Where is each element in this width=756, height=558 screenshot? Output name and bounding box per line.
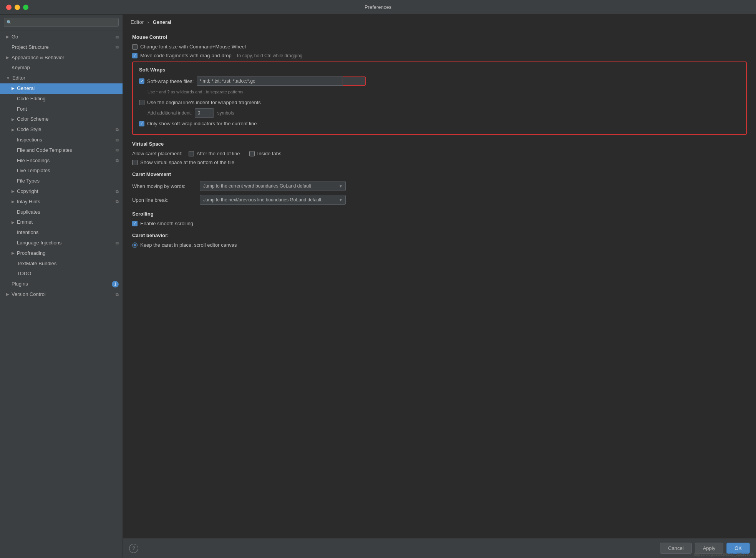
when-moving-label: When moving by words: (132, 183, 194, 189)
help-button[interactable]: ? (129, 544, 138, 553)
when-moving-select[interactable]: Jump to the current word boundaries GoLa… (200, 181, 346, 191)
external-icon: ⧉ (116, 34, 119, 41)
traffic-lights (6, 5, 28, 10)
sidebar-item-label: Copyright (17, 188, 38, 196)
sidebar-item-editor[interactable]: ▼ Editor (0, 73, 123, 83)
search-box: 🔍 (0, 15, 123, 30)
external-icon: ⧉ (116, 147, 119, 154)
sidebar-item-proofreading[interactable]: ▶ Proofreading (0, 248, 123, 259)
external-icon: ⧉ (116, 157, 119, 164)
move-code-fragments-label[interactable]: Move code fragments with drag-and-drop (132, 53, 232, 58)
sidebar-item-file-encodings[interactable]: File Encodings ⧉ (0, 156, 123, 166)
sidebar-item-font[interactable]: Font (0, 104, 123, 115)
sidebar-item-label: Go (12, 33, 18, 41)
mouse-control-option-1: Change font size with Command+Mouse Whee… (132, 44, 747, 50)
sidebar-item-file-code-templates[interactable]: File and Code Templates ⧉ (0, 145, 123, 156)
sidebar-item-color-scheme[interactable]: ▶ Color Scheme (0, 114, 123, 125)
sidebar-item-project-structure[interactable]: ▶ Project Structure ⧉ (0, 42, 123, 53)
upon-line-break-row: Upon line break: Jump to the next/previo… (132, 195, 747, 205)
virtual-space-title: Virtual Space (132, 141, 747, 147)
sidebar-item-emmet[interactable]: ▶ Emmet (0, 217, 123, 228)
close-button[interactable] (6, 5, 12, 10)
search-icon: 🔍 (7, 20, 12, 25)
sidebar-item-duplicates[interactable]: Duplicates (0, 207, 123, 218)
sidebar-item-code-editing[interactable]: Code Editing (0, 94, 123, 104)
show-virtual-space-text: Show virtual space at the bottom of the … (140, 159, 234, 165)
arrow-icon: ▶ (12, 250, 15, 256)
sidebar-item-live-templates[interactable]: Live Templates (0, 166, 123, 176)
use-original-indent-row: Use the original line's indent for wrapp… (139, 100, 740, 105)
sidebar-item-label: Color Scheme (17, 115, 48, 123)
sidebar-item-copyright[interactable]: ▶ Copyright ⧉ (0, 186, 123, 197)
sidebar-item-inspections[interactable]: Inspections ⧉ (0, 135, 123, 145)
arrow-spacer: ▶ (6, 65, 9, 71)
sidebar-item-label: TextMate Bundles (17, 260, 56, 268)
keep-caret-text: Keep the caret in place, scroll editor c… (140, 242, 237, 248)
sidebar-item-version-control[interactable]: ▶ Version Control ⧉ (0, 289, 123, 300)
use-original-indent-label[interactable]: Use the original line's indent for wrapp… (139, 100, 261, 105)
change-font-size-checkbox[interactable] (132, 44, 138, 50)
soft-wrap-files-label[interactable]: Soft-wrap these files: (139, 78, 194, 84)
sidebar-item-appearance[interactable]: ▶ Appearance & Behavior (0, 53, 123, 63)
search-wrapper: 🔍 (4, 18, 119, 27)
sidebar-item-label: Live Templates (17, 167, 50, 175)
change-font-size-label[interactable]: Change font size with Command+Mouse Whee… (132, 44, 246, 50)
minimize-button[interactable] (15, 5, 20, 10)
breadcrumb-parent: Editor (131, 19, 144, 25)
use-original-indent-text: Use the original line's indent for wrapp… (147, 100, 261, 105)
arrow-icon: ▼ (6, 75, 10, 81)
sidebar-item-code-style[interactable]: ▶ Code Style ⧉ (0, 125, 123, 135)
inside-tabs-label[interactable]: Inside tabs (249, 151, 282, 156)
sidebar-item-label: Appearance & Behavior (12, 54, 64, 62)
sidebar-item-label: Language Injections (17, 239, 61, 247)
add-additional-indent-input[interactable] (195, 108, 214, 118)
soft-wrap-files-checkbox[interactable] (139, 78, 144, 84)
cancel-button[interactable]: Cancel (660, 543, 691, 554)
maximize-button[interactable] (23, 5, 28, 10)
add-additional-indent-row: Add additional indent: symbols (148, 108, 740, 118)
soft-wrap-files-input[interactable] (197, 76, 366, 86)
sidebar-item-textmate-bundles[interactable]: TextMate Bundles (0, 259, 123, 269)
sidebar-item-intentions[interactable]: Intentions (0, 228, 123, 238)
sidebar-item-plugins[interactable]: ▶ Plugins 1 (0, 279, 123, 289)
sidebar-item-file-types[interactable]: File Types (0, 176, 123, 186)
only-show-indicators-checkbox[interactable] (139, 121, 144, 126)
sidebar-item-language-injections[interactable]: Language Injections ⧉ (0, 238, 123, 248)
footer-bar: ? Cancel Apply OK (123, 538, 756, 558)
soft-wraps-section: Soft Wraps Soft-wrap these files: Use * (132, 61, 747, 135)
sidebar-item-go[interactable]: ▶ Go ⧉ (0, 32, 123, 42)
main-layout: 🔍 ▶ Go ⧉ ▶ Project Structure ⧉ ▶ Appeara… (0, 15, 756, 558)
external-icon: ⧉ (116, 291, 119, 298)
search-input[interactable] (4, 18, 119, 27)
upon-line-break-select[interactable]: Jump to the next/previous line boundarie… (200, 195, 346, 205)
soft-wrap-files-text: Soft-wrap these files: (147, 78, 194, 84)
enable-smooth-scrolling-label[interactable]: Enable smooth scrolling (132, 221, 193, 226)
sidebar-item-label: File Types (17, 177, 40, 185)
sidebar-item-general[interactable]: ▶ General (0, 83, 123, 94)
sidebar-item-todo[interactable]: TODO (0, 269, 123, 279)
inside-tabs-text: Inside tabs (257, 151, 282, 156)
after-end-of-line-label[interactable]: After the end of line (189, 151, 240, 156)
arrow-spacer: ▶ (6, 44, 9, 50)
sidebar-item-keymap[interactable]: ▶ Keymap (0, 63, 123, 73)
breadcrumb-current: General (153, 19, 171, 25)
external-icon: ⧉ (116, 126, 119, 133)
show-virtual-space-label[interactable]: Show virtual space at the bottom of the … (132, 159, 234, 165)
sidebar-item-inlay-hints[interactable]: ▶ Inlay Hints ⧉ (0, 197, 123, 207)
use-original-indent-checkbox[interactable] (139, 100, 144, 105)
keep-caret-radio[interactable] (132, 242, 138, 248)
inside-tabs-checkbox[interactable] (249, 151, 255, 156)
only-show-indicators-label[interactable]: Only show soft-wrap indicators for the c… (139, 121, 257, 126)
after-end-of-line-checkbox[interactable] (189, 151, 194, 156)
move-code-fragments-checkbox[interactable] (132, 53, 138, 58)
sidebar-item-label: Code Style (17, 126, 41, 134)
sidebar-item-label: Code Editing (17, 95, 45, 103)
enable-smooth-scrolling-text: Enable smooth scrolling (140, 221, 193, 226)
show-virtual-space-checkbox[interactable] (132, 160, 138, 165)
enable-smooth-scrolling-checkbox[interactable] (132, 221, 138, 226)
sidebar-item-label: Proofreading (17, 249, 45, 257)
keep-caret-label[interactable]: Keep the caret in place, scroll editor c… (132, 242, 237, 248)
only-show-indicators-text: Only show soft-wrap indicators for the c… (147, 121, 257, 126)
upon-line-break-label: Upon line break: (132, 197, 194, 203)
move-code-fragments-hint: To copy, hold Ctrl while dragging (236, 53, 303, 58)
